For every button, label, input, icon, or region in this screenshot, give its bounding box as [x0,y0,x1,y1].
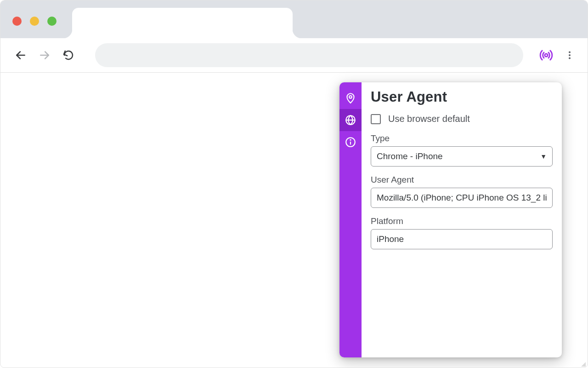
sidebar-item-location[interactable] [339,87,362,109]
platform-label: Platform [371,216,553,226]
user-agent-label: User Agent [371,175,553,185]
svg-point-4 [569,54,571,56]
browser-window: User Agent Use browser default Type Chro… [0,0,588,368]
browser-tab[interactable] [72,8,293,38]
back-button[interactable] [11,46,30,64]
address-bar[interactable] [95,43,523,67]
user-agent-input[interactable] [371,188,553,208]
chevron-down-icon: ▼ [540,153,547,160]
browser-toolbar [0,38,588,73]
platform-input[interactable] [371,229,553,249]
minimize-window-button[interactable] [30,17,39,26]
field-user-agent: User Agent [371,175,553,208]
svg-point-3 [569,52,571,53]
use-default-label: Use browser default [388,114,470,124]
svg-point-2 [545,54,548,57]
type-value: Chrome - iPhone [377,151,443,161]
extension-button[interactable] [537,46,555,64]
info-icon [345,136,356,148]
tab-strip [0,0,588,38]
svg-point-10 [350,139,351,140]
sidebar-item-user-agent[interactable] [339,109,362,131]
window-controls [12,17,57,26]
field-platform: Platform [371,216,553,249]
popup-body: User Agent Use browser default Type Chro… [362,82,562,357]
use-default-checkbox[interactable] [371,114,381,124]
location-icon [345,92,356,104]
reload-icon [63,50,74,61]
resize-handle[interactable] [578,359,586,367]
use-default-row: Use browser default [371,114,553,124]
close-window-button[interactable] [12,17,22,26]
svg-point-6 [349,96,352,98]
svg-point-5 [569,57,571,59]
broadcast-icon [538,47,554,63]
sidebar-item-info[interactable] [339,131,362,153]
reload-button[interactable] [59,46,78,64]
popup-sidebar [339,82,362,357]
arrow-left-icon [15,49,27,61]
type-select[interactable]: Chrome - iPhone ▼ [371,146,553,167]
popup-title: User Agent [371,89,553,105]
extension-popup: User Agent Use browser default Type Chro… [339,82,562,357]
field-type: Type Chrome - iPhone ▼ [371,133,553,167]
globe-icon [345,114,356,126]
type-label: Type [371,133,553,144]
maximize-window-button[interactable] [47,17,57,26]
arrow-right-icon [39,49,51,61]
forward-button[interactable] [35,46,54,64]
browser-menu-button[interactable] [563,46,577,64]
more-vert-icon [565,50,575,60]
